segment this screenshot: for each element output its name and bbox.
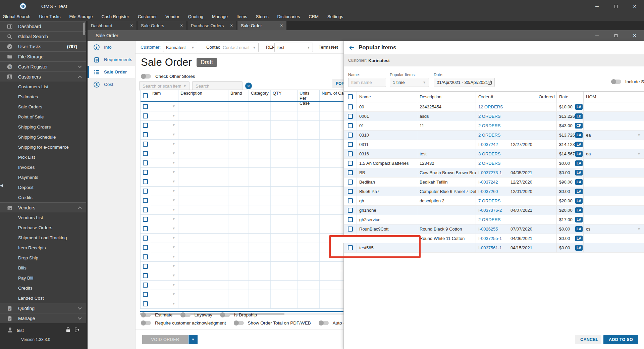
item-dropdown-icon[interactable]: ▼ (172, 302, 175, 305)
row-checkbox[interactable] (143, 132, 148, 137)
item-dropdown-icon[interactable]: ▼ (172, 245, 175, 249)
date-range-input[interactable]: 01/Apr/2021 - 30/Apr/2021 (434, 78, 495, 87)
sidebar-scrollbar[interactable] (83, 22, 85, 35)
row-checkbox[interactable] (143, 226, 148, 231)
row-checkbox[interactable] (143, 179, 148, 184)
row-checkbox[interactable] (348, 189, 353, 194)
uom-dropdown-icon[interactable]: ▼ (637, 152, 641, 156)
sidebar-item[interactable]: Customers List (0, 82, 86, 92)
item-dropdown-icon[interactable]: ▼ (172, 161, 175, 164)
orders-link[interactable]: 2 ORDERS (478, 217, 500, 222)
item-dropdown-icon[interactable]: ▼ (172, 104, 175, 108)
orders-link[interactable]: 2 ORDERS (478, 161, 500, 166)
window-restore-icon[interactable] (606, 30, 625, 41)
tab-close-icon[interactable]: ✕ (130, 23, 133, 28)
row-checkbox[interactable] (348, 170, 353, 175)
toggle-switch[interactable] (234, 321, 244, 325)
item-dropdown-icon[interactable]: ▼ (172, 283, 175, 287)
item-dropdown-icon[interactable]: ▼ (172, 227, 175, 230)
toggle-switch[interactable] (220, 313, 230, 317)
order-number-link[interactable]: I-0037242 (478, 180, 498, 185)
row-checkbox[interactable] (143, 301, 148, 306)
popular-filter-dropdown[interactable]: 1 time▼ (390, 78, 429, 87)
menu-item[interactable]: Stores (256, 14, 269, 19)
row-checkbox[interactable] (348, 123, 353, 128)
sidebar-item[interactable]: Manage (0, 313, 86, 323)
row-checkbox[interactable] (143, 142, 148, 147)
item-dropdown-icon[interactable]: ▼ (172, 114, 175, 117)
app-minimize-icon[interactable]: ─ (588, 0, 606, 12)
item-dropdown-icon[interactable]: ▼ (172, 133, 175, 136)
row-checkbox[interactable] (143, 245, 148, 250)
row-checkbox[interactable] (143, 113, 148, 118)
row-checkbox[interactable] (143, 151, 148, 156)
item-dropdown-icon[interactable]: ▼ (172, 292, 175, 296)
app-close-icon[interactable]: ✕ (625, 0, 644, 12)
rep-dropdown[interactable]: test▼ (274, 43, 313, 52)
logout-icon[interactable] (74, 327, 80, 333)
item-dropdown-icon[interactable]: ▼ (172, 123, 175, 127)
row-checkbox[interactable] (143, 104, 148, 109)
orders-link[interactable]: 12 ORDERS (478, 104, 503, 109)
menu-item[interactable]: Quoting (188, 14, 203, 19)
sidebar-item[interactable]: Bills (0, 263, 86, 273)
menu-item[interactable]: Cash Register (102, 14, 129, 19)
toggle-switch[interactable] (141, 313, 151, 317)
row-checkbox[interactable] (348, 161, 353, 166)
menu-item[interactable]: File Storage (69, 14, 93, 19)
tab-close-icon[interactable]: ✕ (280, 23, 283, 28)
menu-item[interactable]: Dictionaries (277, 14, 300, 19)
toggle-switch[interactable] (141, 321, 151, 325)
orders-link[interactable]: 3 ORDERS (478, 151, 500, 156)
order-number-link[interactable]: I-0037260 (478, 189, 498, 194)
order-number-link[interactable]: I-0037561-1 (478, 245, 502, 250)
item-dropdown-icon[interactable]: ▼ (172, 170, 175, 174)
item-dropdown-icon[interactable]: ▼ (172, 208, 175, 211)
item-dropdown-icon[interactable]: ▼ (172, 217, 175, 221)
contact-dropdown[interactable]: Contact email▼ (220, 43, 259, 52)
item-search-dropdown[interactable]: Search or scan item▼ (139, 81, 190, 91)
row-checkbox[interactable] (348, 208, 353, 213)
row-checkbox[interactable] (143, 170, 148, 175)
sidebar-item[interactable]: File Storage (0, 51, 86, 61)
sidebar-item[interactable]: Dashboard (0, 21, 86, 31)
item-dropdown-icon[interactable]: ▼ (172, 198, 175, 202)
row-checkbox[interactable] (143, 198, 148, 203)
sidebar-item[interactable]: Landed Cost (0, 293, 86, 303)
row-checkbox[interactable] (348, 142, 353, 147)
tab[interactable]: Dashboard ✕ (88, 21, 137, 30)
item-dropdown-icon[interactable]: ▼ (172, 189, 175, 193)
row-checkbox[interactable] (143, 160, 148, 165)
row-checkbox[interactable] (143, 254, 148, 259)
row-checkbox[interactable] (143, 292, 148, 297)
sidebar-item[interactable]: Deposit (0, 182, 86, 192)
toggle-switch[interactable] (180, 313, 191, 317)
order-number-link[interactable]: I-0037242 (478, 142, 498, 147)
include-so-toggle[interactable] (611, 80, 621, 84)
row-checkbox[interactable] (348, 227, 353, 232)
void-order-dropdown-icon[interactable]: ▼ (189, 335, 198, 344)
sidebar-item[interactable]: Estimates (0, 92, 86, 102)
tab[interactable]: Sale Order ✕ (237, 21, 286, 30)
order-number-link[interactable]: I-0037255-1 (478, 236, 502, 241)
sidebar-item[interactable]: Payments (0, 172, 86, 182)
uom-dropdown-icon[interactable]: ▼ (637, 227, 641, 231)
order-number-link[interactable]: I-0037376-2 (478, 208, 502, 213)
name-filter-input[interactable]: Item name (348, 78, 386, 87)
row-checkbox[interactable] (143, 207, 148, 212)
item-dropdown-icon[interactable]: ▼ (172, 264, 175, 268)
item-dropdown-icon[interactable]: ▼ (172, 142, 175, 146)
tab[interactable]: Sale Orders ✕ (138, 21, 186, 30)
orders-link[interactable]: 2 ORDERS (478, 133, 500, 138)
subnav-item[interactable]: Requirements (88, 53, 135, 66)
item-dropdown-icon[interactable]: ▼ (172, 151, 175, 155)
calendar-icon[interactable] (487, 80, 492, 85)
sidebar-item[interactable]: Shipment Load Tracking (0, 233, 86, 243)
sidebar-item[interactable]: Credits (0, 283, 86, 293)
app-maximize-icon[interactable] (606, 0, 625, 12)
customer-dropdown[interactable]: Karinatest▼ (163, 43, 197, 52)
lock-icon[interactable] (65, 327, 71, 333)
orders-link[interactable]: 7 ORDERS (478, 198, 500, 203)
order-number-link[interactable]: I-0026255 (478, 227, 498, 232)
clear-search-icon[interactable]: ✕ (245, 83, 252, 89)
